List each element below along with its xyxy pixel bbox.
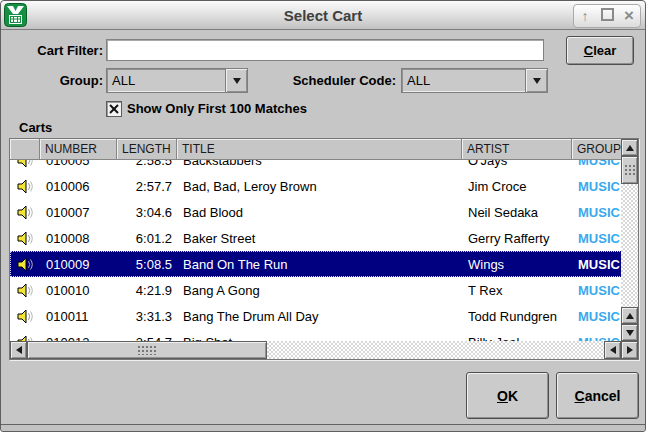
- scheduler-dropdown-icon[interactable]: [525, 69, 547, 92]
- cart-number: 010011: [40, 309, 117, 324]
- speaker-icon: [10, 179, 40, 194]
- table-row[interactable]: 010006 2:57.7 Bad, Bad, Leroy Brown Jim …: [10, 173, 638, 199]
- table-row[interactable]: 010009 5:08.5 Band On The Run Wings MUSI…: [10, 251, 638, 277]
- speaker-icon: [10, 231, 40, 246]
- cart-artist: O'Jays: [462, 160, 572, 168]
- cart-filter-label: Cart Filter:: [25, 43, 103, 58]
- cart-title: Bad, Bad, Leroy Brown: [177, 179, 462, 194]
- scroll-right-icon[interactable]: [621, 341, 638, 359]
- cart-number: 010005: [40, 160, 117, 168]
- table-row[interactable]: 010010 4:21.9 Bang A Gong T Rex MUSIC: [10, 277, 638, 303]
- scroll-left-icon-right-end[interactable]: [604, 341, 621, 359]
- cart-number: 010009: [40, 257, 117, 272]
- cart-length: 6:01.2: [117, 231, 177, 246]
- cart-title: Bang A Gong: [177, 283, 462, 298]
- vertical-scroll-thumb[interactable]: [621, 156, 638, 184]
- shade-window-icon[interactable]: ↑: [576, 6, 594, 26]
- cart-artist: Neil Sedaka: [462, 205, 572, 220]
- group-label: Group:: [21, 73, 103, 88]
- scheduler-code-label: Scheduler Code:: [256, 73, 396, 88]
- maximize-window-icon[interactable]: [598, 6, 616, 26]
- vertical-scrollbar: [621, 139, 638, 341]
- titlebar: Select Cart ↑ ×: [1, 1, 645, 30]
- cart-length: 2:58.5: [117, 160, 177, 168]
- speaker-icon: [10, 160, 40, 168]
- table-row[interactable]: 010011 3:31.3 Bang The Drum All Day Todd…: [10, 303, 638, 329]
- column-header-title[interactable]: TITLE: [177, 139, 462, 160]
- cart-number: 010008: [40, 231, 117, 246]
- horizontal-scroll-thumb[interactable]: [27, 341, 267, 359]
- cart-rows: 010005 2:58.5 Backstabbers O'Jays MUSIC …: [10, 160, 638, 341]
- ok-button[interactable]: OK: [466, 372, 549, 419]
- clear-button[interactable]: Clear: [566, 36, 634, 65]
- cart-artist: Gerry Rafferty: [462, 231, 572, 246]
- group-value: ALL: [107, 73, 225, 88]
- scroll-down-icon[interactable]: [621, 324, 638, 341]
- select-cart-dialog: Select Cart ↑ × Cart Filter: Clear Group…: [0, 0, 646, 432]
- carts-table-header: NUMBER LENGTH TITLE ARTIST GROUP: [10, 139, 638, 160]
- scroll-left-icon[interactable]: [10, 341, 27, 359]
- carts-section-label: Carts: [19, 120, 52, 135]
- checkmark-x-icon: [109, 104, 119, 114]
- cart-length: 4:21.9: [117, 283, 177, 298]
- scroll-up-icon[interactable]: [621, 139, 638, 156]
- carts-table: NUMBER LENGTH TITLE ARTIST GROUP 010005 …: [9, 138, 639, 360]
- horizontal-scroll-track[interactable]: [267, 341, 604, 359]
- window-title: Select Cart: [1, 7, 645, 24]
- cart-title: Bad Blood: [177, 205, 462, 220]
- cart-number: 010007: [40, 205, 117, 220]
- column-header-length[interactable]: LENGTH: [117, 139, 177, 160]
- show-only-checkbox[interactable]: [106, 101, 122, 117]
- cart-artist: Todd Rundgren: [462, 309, 572, 324]
- cart-title: Baker Street: [177, 231, 462, 246]
- group-combobox[interactable]: ALL: [106, 68, 248, 93]
- show-only-checkbox-label[interactable]: Show Only First 100 Matches: [127, 101, 307, 116]
- speaker-icon: [10, 257, 40, 272]
- window-resize-edge[interactable]: [1, 424, 645, 431]
- table-row[interactable]: 010008 6:01.2 Baker Street Gerry Raffert…: [10, 225, 638, 251]
- cart-title: Bang The Drum All Day: [177, 309, 462, 324]
- cart-artist: Jim Croce: [462, 179, 572, 194]
- cart-artist: Wings: [462, 257, 572, 272]
- cart-length: 5:08.5: [117, 257, 177, 272]
- speaker-icon: [10, 283, 40, 298]
- cart-length: 2:57.7: [117, 179, 177, 194]
- scheduler-code-value: ALL: [402, 73, 525, 88]
- scroll-up-icon-bottom[interactable]: [621, 307, 638, 324]
- horizontal-scrollbar: [10, 341, 638, 359]
- cart-number: 010010: [40, 283, 117, 298]
- close-window-icon[interactable]: ×: [620, 6, 638, 26]
- table-row[interactable]: 010012 3:54.7 Big Shot Billy Joel MUSIC: [10, 329, 638, 341]
- table-row[interactable]: 010007 3:04.6 Bad Blood Neil Sedaka MUSI…: [10, 199, 638, 225]
- table-row[interactable]: 010005 2:58.5 Backstabbers O'Jays MUSIC: [10, 160, 638, 173]
- cart-number: 010006: [40, 179, 117, 194]
- column-header-artist[interactable]: ARTIST: [462, 139, 572, 160]
- speaker-icon: [10, 309, 40, 324]
- cart-title: Backstabbers: [177, 160, 462, 168]
- window-controls: ↑ ×: [573, 4, 641, 28]
- vertical-scroll-track[interactable]: [621, 184, 638, 307]
- speaker-icon: [10, 205, 40, 220]
- cart-artist: T Rex: [462, 283, 572, 298]
- column-header-number[interactable]: NUMBER: [40, 139, 117, 160]
- cart-length: 3:31.3: [117, 309, 177, 324]
- scheduler-code-combobox[interactable]: ALL: [401, 68, 548, 93]
- cart-title: Band On The Run: [177, 257, 462, 272]
- cart-length: 3:04.6: [117, 205, 177, 220]
- column-header-icon[interactable]: [10, 139, 40, 160]
- cancel-button[interactable]: Cancel: [556, 372, 639, 419]
- cart-filter-input[interactable]: [106, 39, 544, 61]
- group-dropdown-icon[interactable]: [225, 69, 247, 92]
